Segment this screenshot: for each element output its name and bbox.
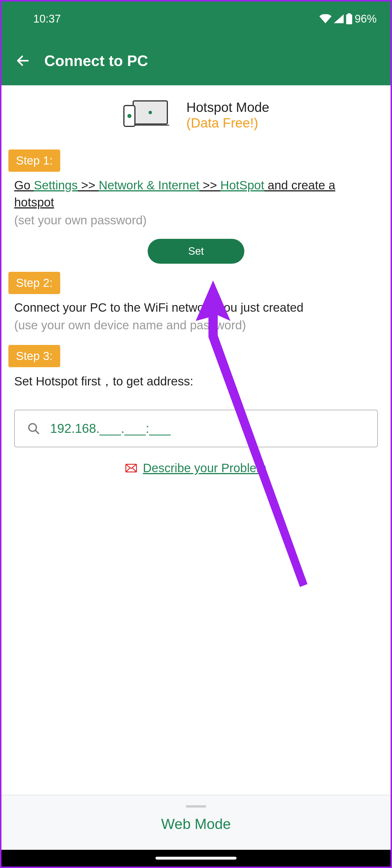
android-nav-bar — [1, 850, 391, 867]
hotspot-link[interactable]: HotSpot — [220, 178, 264, 192]
hotspot-subtitle: (Data Free!) — [187, 115, 269, 131]
status-right: 96% — [319, 13, 377, 25]
address-value: 192.168.___.___:___ — [50, 421, 170, 436]
step3-badge: Step 3: — [8, 345, 60, 367]
hotspot-header: Hotspot Mode (Data Free!) — [1, 85, 391, 150]
status-time: 10:37 — [33, 13, 61, 25]
mail-icon — [125, 464, 137, 473]
describe-row[interactable]: Describe your Problem — [1, 447, 391, 489]
search-icon — [28, 423, 40, 435]
gesture-bar-icon[interactable] — [156, 857, 236, 860]
step2-hint: (use your own device name and password) — [1, 318, 391, 339]
phone-frame: 10:37 96% Connect to PC Hotspot — [1, 1, 391, 867]
address-field[interactable]: 192.168.___.___:___ — [14, 410, 378, 447]
step2-text: Connect your PC to the WiFi network you … — [1, 294, 391, 319]
battery-percent: 96% — [355, 13, 377, 25]
svg-line-8 — [35, 430, 38, 433]
app-bar: Connect to PC — [1, 36, 391, 85]
svg-point-3 — [148, 111, 152, 114]
page-title: Connect to PC — [44, 52, 148, 69]
network-link[interactable]: Network & Internet — [99, 178, 199, 192]
svg-rect-0 — [346, 14, 352, 24]
status-bar: 10:37 96% — [1, 1, 391, 36]
describe-problem-link[interactable]: Describe your Problem — [143, 461, 267, 475]
signal-icon — [334, 14, 344, 24]
wifi-icon — [319, 14, 332, 24]
web-mode-panel[interactable]: Web Mode — [1, 795, 391, 850]
step1-sep1: >> — [78, 178, 99, 192]
svg-point-6 — [128, 114, 132, 118]
step3-text: Set Hotspot first，to get address: — [1, 367, 391, 392]
step1-text[interactable]: Go Settings >> Network & Internet >> Hot… — [1, 172, 391, 213]
drag-handle-icon[interactable] — [186, 805, 206, 808]
web-mode-label: Web Mode — [1, 816, 391, 832]
step1-hint: (set your own password) — [1, 213, 391, 234]
set-button[interactable]: Set — [148, 239, 244, 264]
hotspot-title: Hotspot Mode — [187, 99, 269, 115]
svg-rect-1 — [348, 13, 351, 15]
back-icon[interactable] — [15, 53, 30, 68]
devices-icon — [123, 99, 169, 131]
content: Hotspot Mode (Data Free!) Step 1: Go Set… — [1, 85, 391, 867]
step1-sep2: >> — [199, 178, 220, 192]
hotspot-titles: Hotspot Mode (Data Free!) — [187, 99, 269, 131]
battery-icon — [346, 13, 352, 24]
step1-badge: Step 1: — [8, 150, 60, 172]
settings-link[interactable]: Settings — [34, 178, 78, 192]
step2-badge: Step 2: — [8, 272, 60, 294]
step1-go: Go — [14, 178, 34, 192]
